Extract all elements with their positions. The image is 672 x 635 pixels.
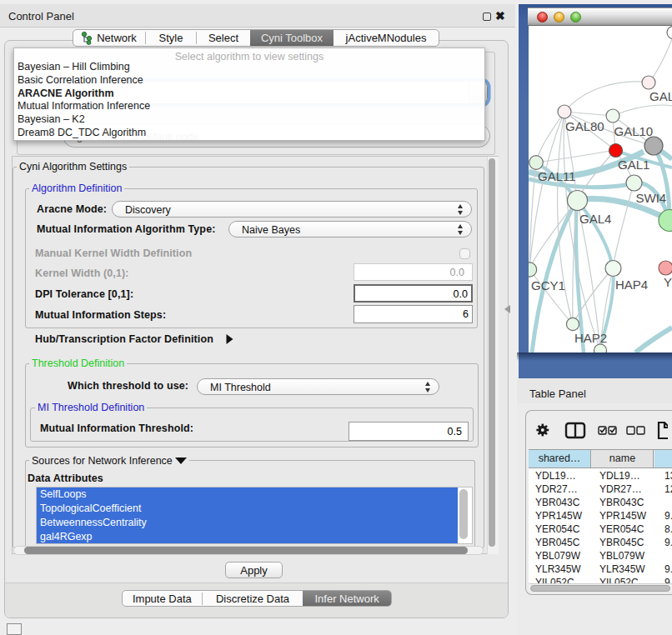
svg-text:GAL11: GAL11 [538,169,576,183]
svg-text:HAP2: HAP2 [574,331,607,345]
svg-text:Y: Y [664,275,672,289]
svg-text:HAP4: HAP4 [615,278,648,292]
svg-text:GAL10: GAL10 [614,124,654,138]
svg-text:GCY1: GCY1 [531,278,565,292]
svg-text:GAL1: GAL1 [618,158,649,172]
svg-text:SWI4: SWI4 [636,191,667,205]
svg-text:GAL4: GAL4 [579,212,611,226]
svg-text:GAL80: GAL80 [565,119,604,133]
svg-text:GAL2: GAL2 [649,89,672,103]
